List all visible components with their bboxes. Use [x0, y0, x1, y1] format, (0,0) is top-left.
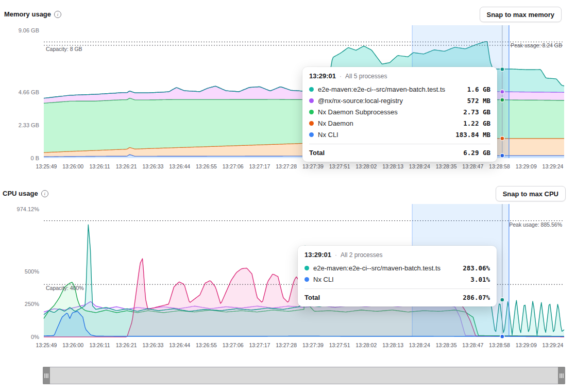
memory-tooltip: 13:29:01 · All 5 processes e2e-maven:e2e… [302, 67, 497, 162]
svg-text:13:28:47: 13:28:47 [462, 163, 483, 169]
svg-text:13:29:24: 13:29:24 [543, 342, 564, 348]
series-value: 183.84 MB [455, 131, 490, 139]
total-value: 286.07% [463, 294, 490, 301]
tooltip-header: 13:29:01 · All 5 processes [309, 72, 490, 80]
tooltip-row: Nx Daemon Subprocesses 2.73 GB [309, 106, 490, 117]
series-name: Nx CLI [313, 276, 466, 283]
tooltip-separator: · [335, 251, 337, 259]
svg-text:13:26:00: 13:26:00 [62, 163, 83, 169]
tooltip-row: e2e-maven:e2e-ci--src/maven-batch.test.t… [304, 262, 490, 274]
svg-text:13:27:39: 13:27:39 [302, 163, 324, 169]
tooltip-time: 13:29:01 [304, 251, 331, 259]
memory-section-header: Memory usage i [4, 10, 61, 18]
svg-text:13:28:13: 13:28:13 [382, 342, 403, 348]
memory-title: Memory usage [4, 10, 51, 18]
series-name: Nx Daemon Subprocesses [318, 108, 459, 116]
tooltip-row: e2e-maven:e2e-ci--src/maven-batch.test.t… [309, 83, 490, 95]
svg-text:500%: 500% [25, 268, 39, 275]
svg-text:13:26:00: 13:26:00 [62, 342, 83, 348]
svg-text:13:28:35: 13:28:35 [436, 163, 457, 169]
scrollbar-right-handle[interactable] [558, 367, 565, 384]
svg-text:4.66 GB: 4.66 GB [19, 89, 39, 95]
tooltip-total-row: Total 286.07% [304, 288, 490, 301]
tooltip-row: Nx Daemon 1.22 GB [309, 117, 490, 129]
svg-text:13:27:06: 13:27:06 [223, 163, 244, 169]
series-dot [304, 266, 309, 270]
tooltip-separator: · [340, 73, 342, 80]
svg-text:13:28:24: 13:28:24 [409, 342, 430, 348]
series-value: 1.6 GB [467, 86, 490, 93]
series-name: @nx/nx-source:local-registry [318, 97, 463, 105]
cpu-title: CPU usage [3, 190, 38, 197]
svg-text:Peak usage: 885.56%: Peak usage: 885.56% [509, 221, 562, 228]
series-dot [309, 121, 314, 126]
svg-text:13:28:47: 13:28:47 [462, 342, 483, 348]
svg-text:13:26:21: 13:26:21 [116, 163, 137, 169]
svg-text:13:27:17: 13:27:17 [249, 163, 270, 169]
tooltip-row: Nx CLI 3.01% [304, 274, 490, 285]
tooltip-row: @nx/nx-source:local-registry 572 MB [309, 95, 490, 106]
svg-text:13:27:28: 13:27:28 [276, 342, 297, 348]
svg-text:13:28:02: 13:28:02 [355, 342, 377, 348]
series-dot [309, 110, 314, 114]
series-dot [309, 87, 314, 92]
svg-text:13:26:21: 13:26:21 [116, 342, 137, 348]
svg-text:9.06 GB: 9.06 GB [19, 27, 39, 33]
svg-text:13:26:33: 13:26:33 [142, 342, 163, 348]
tooltip-row: Nx CLI 183.84 MB [309, 129, 490, 140]
info-icon[interactable]: i [41, 190, 48, 197]
series-name: Nx CLI [318, 131, 451, 139]
series-value: 572 MB [467, 97, 490, 105]
svg-text:13:29:09: 13:29:09 [516, 342, 537, 348]
grip-icon [46, 373, 47, 378]
series-value: 2.73 GB [463, 108, 490, 116]
svg-text:13:28:58: 13:28:58 [489, 163, 510, 169]
svg-text:13:29:09: 13:29:09 [516, 163, 537, 169]
tooltip-total-row: Total 6.29 GB [309, 144, 490, 157]
snap-to-max-memory-button[interactable]: Snap to max memory [480, 7, 562, 22]
series-name: Nx Daemon [318, 120, 459, 127]
svg-text:13:25:49: 13:25:49 [36, 342, 57, 348]
tooltip-subtitle: All 2 processes [341, 251, 382, 259]
svg-text:13:27:51: 13:27:51 [329, 342, 350, 348]
series-name: e2e-maven:e2e-ci--src/maven-batch.test.t… [313, 264, 459, 272]
timeline-scrollbar[interactable] [43, 367, 565, 384]
svg-text:13:27:28: 13:27:28 [276, 163, 297, 169]
cpu-tooltip: 13:29:01 · All 2 processes e2e-maven:e2e… [298, 246, 497, 306]
svg-text:13:26:44: 13:26:44 [169, 342, 190, 348]
svg-text:13:26:55: 13:26:55 [196, 342, 217, 348]
series-dot [309, 132, 314, 137]
svg-text:13:26:11: 13:26:11 [89, 342, 110, 348]
svg-text:13:26:44: 13:26:44 [169, 163, 190, 169]
info-icon[interactable]: i [54, 11, 61, 18]
tooltip-subtitle: All 5 processes [345, 73, 387, 80]
svg-text:Capacity: 8 GB: Capacity: 8 GB [46, 46, 82, 52]
svg-text:13:25:49: 13:25:49 [36, 163, 57, 169]
total-label: Total [304, 294, 463, 301]
svg-text:13:27:51: 13:27:51 [329, 163, 350, 169]
svg-text:0%: 0% [31, 334, 39, 340]
svg-text:13:26:33: 13:26:33 [142, 163, 163, 169]
series-dot [304, 277, 309, 282]
series-name: e2e-maven:e2e-ci--src/maven-batch.test.t… [318, 86, 463, 93]
cpu-section-header: CPU usage i [3, 190, 48, 197]
svg-text:13:28:13: 13:28:13 [382, 163, 403, 169]
svg-text:Peak usage: 8.24 GB: Peak usage: 8.24 GB [511, 42, 562, 48]
svg-text:13:26:11: 13:26:11 [89, 163, 110, 169]
series-value: 283.06% [463, 264, 490, 272]
svg-text:13:29:24: 13:29:24 [543, 163, 564, 169]
snap-to-max-cpu-button[interactable]: Snap to max CPU [496, 186, 566, 201]
svg-text:13:27:39: 13:27:39 [302, 342, 324, 348]
svg-text:0 B: 0 B [30, 155, 39, 161]
scrollbar-left-handle[interactable] [43, 367, 50, 384]
series-value: 3.01% [470, 276, 490, 283]
tooltip-header: 13:29:01 · All 2 processes [304, 251, 490, 259]
svg-text:13:26:55: 13:26:55 [196, 163, 217, 169]
svg-text:13:28:02: 13:28:02 [355, 163, 377, 169]
total-value: 6.29 GB [463, 149, 490, 157]
svg-text:13:27:17: 13:27:17 [249, 342, 270, 348]
grip-icon [561, 373, 562, 378]
svg-text:13:27:06: 13:27:06 [223, 342, 244, 348]
svg-text:2.33 GB: 2.33 GB [19, 122, 39, 128]
total-label: Total [309, 149, 463, 157]
